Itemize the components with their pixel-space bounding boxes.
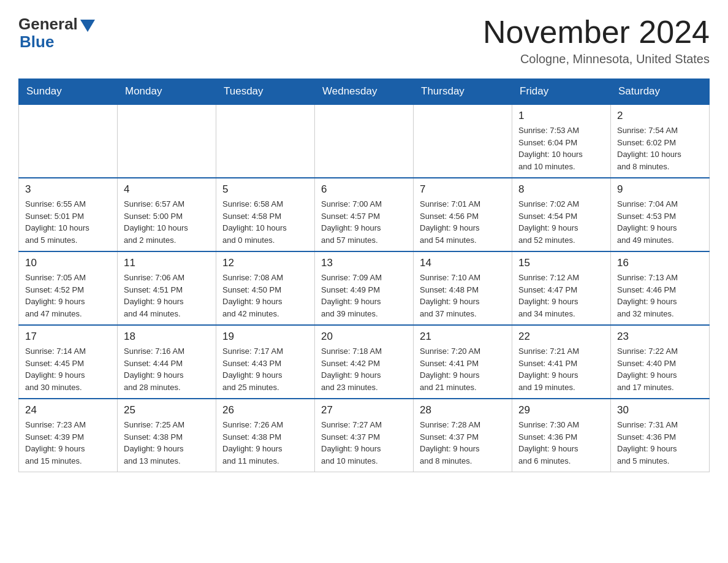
calendar-cell: 21Sunrise: 7:20 AM Sunset: 4:41 PM Dayli… (414, 325, 512, 399)
day-number: 8 (518, 183, 604, 196)
calendar-cell: 2Sunrise: 7:54 AM Sunset: 6:02 PM Daylig… (611, 104, 710, 178)
calendar-cell: 27Sunrise: 7:27 AM Sunset: 4:37 PM Dayli… (315, 399, 414, 472)
day-info: Sunrise: 7:53 AM Sunset: 6:04 PM Dayligh… (518, 124, 604, 172)
day-info: Sunrise: 7:17 AM Sunset: 4:43 PM Dayligh… (222, 345, 308, 393)
day-info: Sunrise: 7:06 AM Sunset: 4:51 PM Dayligh… (124, 272, 210, 320)
day-info: Sunrise: 7:21 AM Sunset: 4:41 PM Dayligh… (518, 345, 604, 393)
day-number: 2 (617, 110, 703, 122)
day-number: 3 (25, 183, 111, 196)
calendar-cell: 15Sunrise: 7:12 AM Sunset: 4:47 PM Dayli… (512, 251, 611, 325)
day-number: 6 (321, 183, 407, 196)
week-row: 17Sunrise: 7:14 AM Sunset: 4:45 PM Dayli… (19, 325, 710, 399)
day-number: 24 (25, 404, 111, 416)
calendar-cell (19, 104, 118, 178)
day-info: Sunrise: 7:10 AM Sunset: 4:48 PM Dayligh… (420, 272, 506, 320)
day-info: Sunrise: 7:00 AM Sunset: 4:57 PM Dayligh… (321, 198, 407, 246)
calendar-cell: 24Sunrise: 7:23 AM Sunset: 4:39 PM Dayli… (19, 399, 118, 472)
day-number: 23 (617, 331, 703, 343)
day-number: 27 (321, 404, 407, 416)
calendar-cell: 4Sunrise: 6:57 AM Sunset: 5:00 PM Daylig… (118, 178, 216, 251)
calendar-cell: 22Sunrise: 7:21 AM Sunset: 4:41 PM Dayli… (512, 325, 611, 399)
day-info: Sunrise: 7:31 AM Sunset: 4:36 PM Dayligh… (617, 419, 703, 467)
logo: General Blue (18, 15, 95, 52)
day-number: 1 (518, 110, 604, 122)
day-info: Sunrise: 7:22 AM Sunset: 4:40 PM Dayligh… (617, 345, 703, 393)
day-info: Sunrise: 7:09 AM Sunset: 4:49 PM Dayligh… (321, 272, 407, 320)
calendar-cell: 26Sunrise: 7:26 AM Sunset: 4:38 PM Dayli… (216, 399, 315, 472)
calendar-cell: 16Sunrise: 7:13 AM Sunset: 4:46 PM Dayli… (611, 251, 710, 325)
title-area: November 2024 Cologne, Minnesota, United… (483, 15, 710, 66)
day-number: 7 (420, 183, 506, 196)
logo-blue-text: Blue (20, 33, 54, 52)
day-info: Sunrise: 7:54 AM Sunset: 6:02 PM Dayligh… (617, 124, 703, 172)
day-number: 25 (124, 404, 210, 416)
day-info: Sunrise: 7:01 AM Sunset: 4:56 PM Dayligh… (420, 198, 506, 246)
week-row: 3Sunrise: 6:55 AM Sunset: 5:01 PM Daylig… (19, 178, 710, 251)
calendar-table: SundayMondayTuesdayWednesdayThursdayFrid… (18, 79, 710, 472)
calendar-cell: 23Sunrise: 7:22 AM Sunset: 4:40 PM Dayli… (611, 325, 710, 399)
calendar-cell: 30Sunrise: 7:31 AM Sunset: 4:36 PM Dayli… (611, 399, 710, 472)
calendar-cell (315, 104, 414, 178)
day-number: 26 (222, 404, 308, 416)
week-row: 1Sunrise: 7:53 AM Sunset: 6:04 PM Daylig… (19, 104, 710, 178)
day-info: Sunrise: 6:58 AM Sunset: 4:58 PM Dayligh… (222, 198, 308, 246)
day-info: Sunrise: 7:16 AM Sunset: 4:44 PM Dayligh… (124, 345, 210, 393)
page-header: General Blue November 2024 Cologne, Minn… (18, 15, 710, 66)
location-text: Cologne, Minnesota, United States (483, 52, 710, 66)
calendar-header-sunday: Sunday (19, 79, 118, 105)
day-number: 10 (25, 257, 111, 269)
day-info: Sunrise: 7:18 AM Sunset: 4:42 PM Dayligh… (321, 345, 407, 393)
day-number: 4 (124, 183, 210, 196)
day-info: Sunrise: 7:23 AM Sunset: 4:39 PM Dayligh… (25, 419, 111, 467)
calendar-header-tuesday: Tuesday (216, 79, 315, 105)
week-row: 10Sunrise: 7:05 AM Sunset: 4:52 PM Dayli… (19, 251, 710, 325)
day-info: Sunrise: 7:20 AM Sunset: 4:41 PM Dayligh… (420, 345, 506, 393)
calendar-cell: 6Sunrise: 7:00 AM Sunset: 4:57 PM Daylig… (315, 178, 414, 251)
calendar-cell: 1Sunrise: 7:53 AM Sunset: 6:04 PM Daylig… (512, 104, 611, 178)
day-number: 5 (222, 183, 308, 196)
day-info: Sunrise: 7:04 AM Sunset: 4:53 PM Dayligh… (617, 198, 703, 246)
calendar-header-friday: Friday (512, 79, 611, 105)
calendar-cell: 20Sunrise: 7:18 AM Sunset: 4:42 PM Dayli… (315, 325, 414, 399)
day-number: 18 (124, 331, 210, 343)
day-info: Sunrise: 7:05 AM Sunset: 4:52 PM Dayligh… (25, 272, 111, 320)
month-title: November 2024 (483, 15, 710, 50)
day-number: 19 (222, 331, 308, 343)
calendar-cell (414, 104, 512, 178)
day-number: 21 (420, 331, 506, 343)
calendar-header-thursday: Thursday (414, 79, 512, 105)
calendar-cell: 12Sunrise: 7:08 AM Sunset: 4:50 PM Dayli… (216, 251, 315, 325)
calendar-cell: 28Sunrise: 7:28 AM Sunset: 4:37 PM Dayli… (414, 399, 512, 472)
day-number: 12 (222, 257, 308, 269)
calendar-cell: 25Sunrise: 7:25 AM Sunset: 4:38 PM Dayli… (118, 399, 216, 472)
day-info: Sunrise: 7:14 AM Sunset: 4:45 PM Dayligh… (25, 345, 111, 393)
day-info: Sunrise: 7:26 AM Sunset: 4:38 PM Dayligh… (222, 419, 308, 467)
day-info: Sunrise: 7:30 AM Sunset: 4:36 PM Dayligh… (518, 419, 604, 467)
calendar-cell: 18Sunrise: 7:16 AM Sunset: 4:44 PM Dayli… (118, 325, 216, 399)
day-info: Sunrise: 7:13 AM Sunset: 4:46 PM Dayligh… (617, 272, 703, 320)
day-number: 9 (617, 183, 703, 196)
calendar-header-row: SundayMondayTuesdayWednesdayThursdayFrid… (19, 79, 710, 105)
calendar-cell: 11Sunrise: 7:06 AM Sunset: 4:51 PM Dayli… (118, 251, 216, 325)
calendar-cell: 19Sunrise: 7:17 AM Sunset: 4:43 PM Dayli… (216, 325, 315, 399)
calendar-cell: 5Sunrise: 6:58 AM Sunset: 4:58 PM Daylig… (216, 178, 315, 251)
calendar-header-saturday: Saturday (611, 79, 710, 105)
day-number: 16 (617, 257, 703, 269)
day-number: 11 (124, 257, 210, 269)
day-info: Sunrise: 7:27 AM Sunset: 4:37 PM Dayligh… (321, 419, 407, 467)
calendar-cell (216, 104, 315, 178)
day-number: 30 (617, 404, 703, 416)
day-info: Sunrise: 7:02 AM Sunset: 4:54 PM Dayligh… (518, 198, 604, 246)
calendar-cell: 8Sunrise: 7:02 AM Sunset: 4:54 PM Daylig… (512, 178, 611, 251)
calendar-cell: 29Sunrise: 7:30 AM Sunset: 4:36 PM Dayli… (512, 399, 611, 472)
day-info: Sunrise: 7:12 AM Sunset: 4:47 PM Dayligh… (518, 272, 604, 320)
day-info: Sunrise: 7:08 AM Sunset: 4:50 PM Dayligh… (222, 272, 308, 320)
calendar-cell: 7Sunrise: 7:01 AM Sunset: 4:56 PM Daylig… (414, 178, 512, 251)
logo-general-text: General (18, 15, 78, 34)
calendar-cell (118, 104, 216, 178)
day-info: Sunrise: 6:57 AM Sunset: 5:00 PM Dayligh… (124, 198, 210, 246)
day-number: 15 (518, 257, 604, 269)
week-row: 24Sunrise: 7:23 AM Sunset: 4:39 PM Dayli… (19, 399, 710, 472)
day-number: 22 (518, 331, 604, 343)
calendar-cell: 10Sunrise: 7:05 AM Sunset: 4:52 PM Dayli… (19, 251, 118, 325)
